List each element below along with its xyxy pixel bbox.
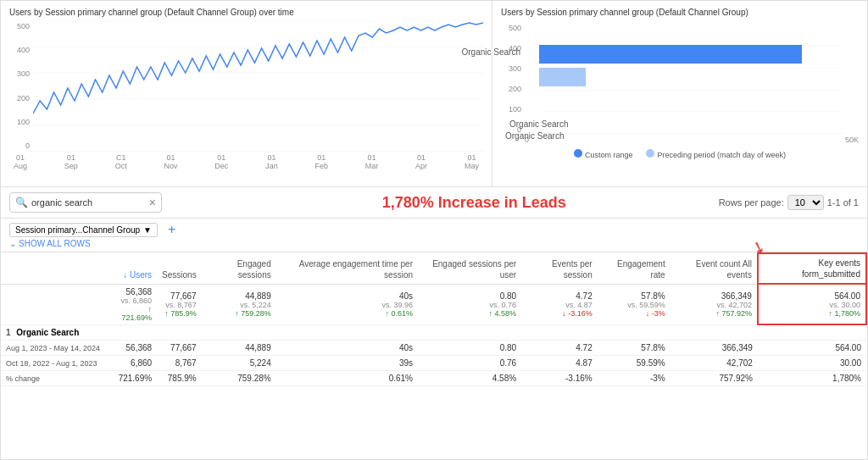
legend-dot-custom (574, 149, 582, 158)
bar-chart-svg (525, 24, 859, 134)
table-controls: Session primary...Channel Group ▼ + ⌄ SH… (1, 219, 867, 252)
bar-chart-section: Users by Session primary channel group (… (492, 1, 867, 186)
chart-legend: Custom range Preceding period (match day… (501, 149, 859, 159)
x-label-aug: 01Aug (14, 153, 27, 170)
search-box[interactable]: 🔍 organic search × (9, 192, 162, 213)
x-label-dec: 01Dec (214, 153, 228, 170)
highlight-text: 1,780% Increase in Leads (230, 194, 719, 212)
x-label-mar: 01Mar (365, 153, 379, 170)
rows-per-page: Rows per page: 10 25 50 1-1 of 1 (719, 195, 859, 210)
th-event-count[interactable]: Event count All events (670, 253, 758, 284)
dimension-filter-btn[interactable]: Session primary...Channel Group ▼ (9, 223, 158, 237)
change-row: % change 721.69% 785.9% 759.28% 0.61% 4.… (1, 370, 866, 385)
dimension-label: Session primary...Channel Group (15, 225, 140, 235)
charts-row: Users by Session primary channel group (… (1, 1, 867, 187)
x-label-feb: 01Feb (314, 153, 328, 170)
rows-per-page-select[interactable]: 10 25 50 (787, 195, 824, 210)
x-label-may: 01May (465, 153, 479, 170)
line-chart-svg (33, 20, 483, 152)
chevron-icon: ⌄ (9, 239, 16, 248)
y-label-300: 300 (9, 69, 30, 78)
y-label-500: 500 (9, 22, 30, 30)
y-label-400: 400 (9, 46, 30, 54)
th-dimension[interactable] (1, 253, 111, 284)
th-engaged-per-user[interactable]: Engaged sessions per user (418, 253, 521, 284)
th-key-events[interactable]: Key events form_submitted (758, 253, 866, 284)
y-label-0: 0 (9, 141, 30, 150)
th-engaged-sessions[interactable]: Engaged sessions (202, 253, 276, 284)
line-chart-title: Users by Session primary channel group (… (9, 8, 483, 17)
th-sessions[interactable]: Sessions (157, 253, 202, 284)
x-label-jan: 01Jan (265, 153, 278, 170)
bar-chart-title: Users by Session primary channel group (… (501, 8, 859, 17)
add-dimension-btn[interactable]: + (168, 222, 175, 237)
line-chart-section: Users by Session primary channel group (… (1, 1, 492, 186)
bar-chart-organic-label: Organic Search (505, 131, 564, 141)
show-all-rows-btn[interactable]: ⌄ SHOW ALL ROWS (9, 239, 175, 248)
x-label-sep: 01Sep (64, 153, 78, 170)
svg-rect-14 (539, 45, 802, 64)
x-label-apr: 01Apr (415, 153, 427, 170)
svg-rect-0 (33, 20, 483, 152)
x-label-oct: C1Oct (115, 153, 127, 170)
th-avg-engagement[interactable]: Average engagement time per session (276, 253, 418, 284)
totals-key-events: 564.00 vs. 30.00 ↑ 1,780% (758, 284, 866, 324)
th-users[interactable]: ↓ Users (111, 253, 157, 284)
totals-row: 56,368 vs. 6,860 ↑ 721.69% 77,667 vs. 8,… (1, 284, 866, 324)
organic-search-row: 1 Organic Search (1, 324, 866, 340)
pagination-text: 1-1 of 1 (827, 197, 859, 208)
legend-dot-preceding (646, 149, 654, 158)
y-label-200: 200 (9, 94, 30, 103)
main-container: Users by Session primary channel group (… (0, 0, 868, 460)
close-icon[interactable]: × (149, 196, 156, 209)
y-label-100: 100 (9, 118, 30, 126)
th-engagement-rate[interactable]: Engagement rate (598, 253, 670, 284)
date-row-2: Oct 18, 2022 - Aug 1, 2023 6,860 8,767 5… (1, 355, 866, 370)
chart-x-labels: 01Aug 01Sep C1Oct 01Nov 01Dec 01Jan 01Fe… (9, 153, 483, 170)
table-section: ↓ Users Sessions Engaged sessions Averag… (1, 252, 867, 386)
filter-bar: 🔍 organic search × 1,780% Increase in Le… (1, 187, 867, 219)
bar-organic-label-overlay: Organic Search (509, 119, 568, 129)
x-label-nov: 01Nov (164, 153, 177, 170)
search-icon: 🔍 (15, 197, 28, 208)
th-events-per-session[interactable]: Events per session (521, 253, 598, 284)
data-table: ↓ Users Sessions Engaged sessions Averag… (1, 252, 867, 386)
svg-rect-15 (539, 68, 586, 86)
search-input[interactable]: organic search (31, 197, 146, 208)
bar-label-organic: Organic Search (462, 47, 520, 57)
date-row-1: Aug 1, 2023 - May 14, 2024 56,368 77,667… (1, 340, 866, 355)
dropdown-arrow-icon: ▼ (143, 225, 152, 235)
